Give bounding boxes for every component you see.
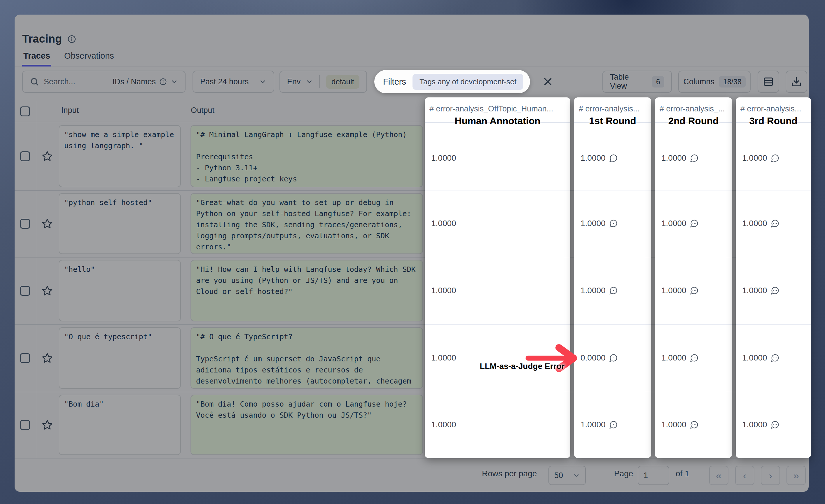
score-number: 1.0000 bbox=[742, 420, 767, 429]
table-view-count-badge: 6 bbox=[652, 76, 664, 87]
comment-icon[interactable] bbox=[690, 286, 699, 295]
toolbar: Search... IDs / Names Past 24 hours bbox=[15, 71, 809, 93]
trace-output-cell[interactable]: "# Minimal LangGraph + Langfuse example … bbox=[191, 125, 423, 187]
comment-icon[interactable] bbox=[771, 353, 779, 362]
comment-icon[interactable] bbox=[609, 286, 618, 295]
trace-input-cell[interactable]: "Bom dia" bbox=[59, 395, 181, 455]
trace-input-cell[interactable]: "show me a simple example using langgrap… bbox=[59, 125, 181, 187]
tab-bar: Traces Observations bbox=[15, 53, 809, 67]
trace-input-cell[interactable]: "hello" bbox=[59, 260, 181, 321]
comment-icon[interactable] bbox=[771, 219, 779, 228]
comment-icon[interactable] bbox=[609, 219, 618, 228]
score-value: 1.0000 bbox=[431, 284, 456, 297]
score-value: 1.0000 bbox=[661, 217, 699, 230]
page-number-input[interactable]: 1 bbox=[638, 466, 669, 485]
table-view-button[interactable]: Table View 6 bbox=[602, 71, 672, 93]
row-height-button[interactable] bbox=[758, 71, 779, 93]
divider bbox=[736, 190, 811, 190]
columns-button[interactable]: Columns 18/38 bbox=[678, 71, 751, 93]
row-checkbox[interactable] bbox=[20, 353, 30, 363]
divider bbox=[736, 257, 811, 257]
comment-icon[interactable] bbox=[609, 154, 618, 162]
comment-icon[interactable] bbox=[690, 219, 699, 228]
previous-page-button[interactable]: ‹ bbox=[735, 466, 754, 485]
trace-input-cell[interactable]: "O que é typescript" bbox=[59, 327, 181, 389]
search-mode-label: IDs / Names bbox=[112, 77, 156, 86]
column-header-output[interactable]: Output bbox=[191, 106, 214, 115]
divider bbox=[655, 392, 732, 392]
row-checkbox[interactable] bbox=[20, 219, 30, 229]
time-range-value: Past 24 hours bbox=[200, 77, 249, 86]
score-column-header[interactable]: # error-analysis_... bbox=[660, 104, 730, 113]
comment-icon[interactable] bbox=[690, 353, 699, 362]
comment-icon[interactable] bbox=[771, 420, 779, 429]
score-number: 1.0000 bbox=[431, 286, 456, 295]
tab-traces[interactable]: Traces bbox=[22, 51, 51, 67]
score-column-header[interactable]: # error-analysis... bbox=[740, 104, 809, 113]
divider bbox=[425, 324, 570, 325]
comment-icon[interactable] bbox=[771, 286, 779, 295]
bookmark-star-icon[interactable] bbox=[42, 218, 53, 230]
score-column-2nd-round: # error-analysis_... 2nd Round 1.0000 1.… bbox=[655, 97, 732, 458]
divider bbox=[655, 190, 732, 190]
score-value: 1.0000 bbox=[431, 418, 456, 431]
score-column-header[interactable]: # error-analysis... bbox=[579, 104, 649, 113]
search-mode-select[interactable]: IDs / Names bbox=[112, 77, 178, 86]
info-icon[interactable] bbox=[67, 35, 76, 44]
column-header-input[interactable]: Input bbox=[61, 106, 79, 115]
time-range-select[interactable]: Past 24 hours bbox=[193, 71, 274, 93]
env-filter[interactable]: Env default bbox=[280, 71, 367, 93]
divider bbox=[574, 392, 651, 392]
score-number: 1.0000 bbox=[431, 219, 456, 228]
chevron-down-icon bbox=[259, 78, 267, 85]
score-column-annotation-label: Human Annotation bbox=[425, 115, 570, 127]
trace-input-cell[interactable]: "python self hosted" bbox=[59, 193, 181, 254]
export-button[interactable] bbox=[785, 71, 807, 93]
divider bbox=[425, 190, 570, 190]
bookmark-star-icon[interactable] bbox=[42, 419, 53, 431]
score-number: 1.0000 bbox=[431, 353, 456, 362]
select-all-checkbox[interactable] bbox=[20, 106, 30, 116]
bookmark-star-icon[interactable] bbox=[42, 285, 53, 297]
comment-icon[interactable] bbox=[690, 154, 699, 162]
score-number: 1.0000 bbox=[742, 353, 767, 362]
bookmark-star-icon[interactable] bbox=[42, 151, 53, 162]
score-column-annotation-label: 3rd Round bbox=[736, 115, 811, 127]
score-number: 0.0000 bbox=[581, 353, 606, 362]
row-checkbox[interactable] bbox=[20, 151, 30, 161]
comment-icon[interactable] bbox=[609, 353, 618, 362]
env-value-badge: default bbox=[326, 75, 359, 89]
comment-icon[interactable] bbox=[771, 154, 779, 162]
trace-output-cell[interactable]: "Bom dia! Como posso ajudar com o Langfu… bbox=[191, 395, 423, 455]
score-value: 1.0000 bbox=[581, 217, 618, 230]
tab-observations[interactable]: Observations bbox=[63, 51, 115, 67]
comment-icon[interactable] bbox=[690, 420, 699, 429]
last-page-button[interactable]: » bbox=[786, 466, 806, 485]
score-number: 1.0000 bbox=[431, 420, 456, 429]
trace-output-cell[interactable]: "Great—what do you want to set up or deb… bbox=[191, 193, 423, 254]
search-input[interactable]: Search... IDs / Names bbox=[22, 71, 185, 93]
score-number: 1.0000 bbox=[661, 219, 686, 228]
search-placeholder: Search... bbox=[44, 77, 75, 86]
rows-per-page-select[interactable]: 50 bbox=[548, 466, 586, 485]
next-page-button[interactable]: › bbox=[761, 466, 780, 485]
clear-filter-icon[interactable] bbox=[540, 74, 556, 90]
first-page-button[interactable]: « bbox=[709, 466, 729, 485]
download-icon bbox=[791, 76, 802, 87]
divider bbox=[574, 190, 651, 190]
trace-output-cell[interactable]: "# O que é TypeScript? TypeScript é um s… bbox=[191, 327, 423, 389]
bookmark-star-icon[interactable] bbox=[42, 352, 53, 364]
score-value: 1.0000 bbox=[661, 152, 699, 165]
rows-per-page-label: Rows per page bbox=[482, 469, 537, 478]
score-number: 1.0000 bbox=[661, 353, 686, 362]
divider bbox=[425, 257, 570, 257]
comment-icon[interactable] bbox=[609, 420, 618, 429]
divider bbox=[736, 392, 811, 392]
score-column-header[interactable]: # error-analysis_OffTopic_Human... bbox=[430, 104, 569, 113]
score-number: 1.0000 bbox=[431, 153, 456, 163]
row-checkbox[interactable] bbox=[20, 286, 30, 296]
trace-output-cell[interactable]: "Hi! How can I help with Langfuse today?… bbox=[191, 260, 423, 321]
filters-button[interactable]: Filters Tags any of development-set bbox=[374, 70, 530, 93]
columns-label: Columns bbox=[683, 77, 715, 86]
row-checkbox[interactable] bbox=[20, 420, 30, 430]
